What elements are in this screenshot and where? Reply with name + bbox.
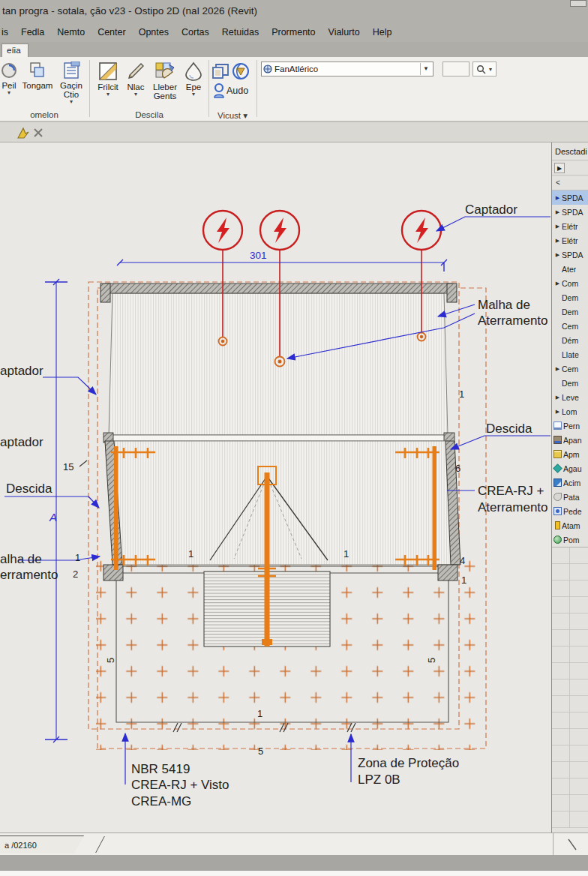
property-row[interactable] — [552, 778, 588, 795]
expand-arrow-icon[interactable]: ▶ — [554, 224, 562, 230]
expand-arrow-icon[interactable]: ▶ — [554, 409, 562, 415]
browser-item[interactable]: Apm — [552, 447, 588, 461]
browser-item[interactable]: Llate — [552, 347, 588, 362]
browser-item-label: Dem — [562, 379, 578, 388]
property-row[interactable] — [552, 646, 588, 663]
property-row[interactable] — [552, 663, 588, 680]
expand-arrow-icon[interactable]: ▶ — [554, 394, 562, 400]
property-row[interactable] — [552, 762, 588, 778]
drawing-canvas[interactable]: 301 A Captador aptador aptador Descida a… — [0, 142, 588, 832]
property-row[interactable] — [552, 712, 588, 729]
browser-item-label: Ater — [562, 265, 576, 274]
tongam-button[interactable]: Tongam — [20, 62, 56, 90]
browser-item[interactable]: Dem — [552, 290, 588, 304]
menu-item[interactable]: Cortas — [182, 22, 209, 42]
browser-item[interactable]: Dem — [552, 376, 588, 390]
search-input[interactable] — [274, 64, 420, 74]
browser-item[interactable]: ▶Leve — [552, 390, 588, 404]
browser-item[interactable]: Atam — [552, 518, 588, 532]
property-row[interactable] — [552, 812, 588, 828]
gacin-button[interactable]: Gaçin Ctio▾ — [54, 62, 88, 104]
menu-item[interactable]: Center — [98, 22, 126, 42]
view-tab[interactable]: a /02160 — [0, 836, 88, 854]
browser-item[interactable]: ▶Elétr — [552, 233, 588, 248]
globe-icon[interactable] — [231, 62, 250, 81]
combo-dropdown-icon[interactable]: ▼ — [420, 63, 431, 75]
browser-item-label: Elétr — [562, 236, 578, 245]
menu-item[interactable]: is — [2, 22, 8, 42]
expand-arrow-icon[interactable]: ▶ — [554, 366, 562, 372]
menu-item[interactable]: Retuidas — [222, 22, 259, 42]
browser-item[interactable]: ▶Com — [552, 276, 588, 290]
browser-item[interactable]: Dem — [552, 304, 588, 319]
group-icon — [554, 507, 562, 515]
roof-upper — [109, 293, 448, 435]
browser-item[interactable]: ▶Elétr — [552, 219, 588, 233]
lleber-button[interactable]: Lleber Gents — [148, 62, 182, 100]
browser-item[interactable]: ▶SPDA — [552, 190, 588, 205]
browser-item[interactable]: Dém — [552, 333, 588, 347]
audo-button[interactable]: Audo — [226, 86, 256, 96]
browser-item[interactable]: ▶SPDA — [552, 205, 588, 219]
modify-flag-icon[interactable] — [16, 126, 30, 140]
ribbon-tab-active[interactable]: eíia — [2, 44, 28, 57]
expand-arrow-icon[interactable]: ▶ — [554, 238, 562, 244]
audo-person-icon[interactable] — [212, 82, 226, 99]
browser-item[interactable]: Pata — [552, 490, 588, 504]
ribbon-separator — [89, 60, 90, 117]
menu-item[interactable]: Opntes — [139, 22, 169, 42]
panel-nav-row: < — [552, 176, 588, 190]
property-row[interactable] — [552, 795, 588, 812]
search-button[interactable]: ▼ — [472, 62, 496, 76]
expand-arrow-icon[interactable]: ▶ — [554, 195, 562, 201]
browser-item[interactable]: ▶Lom — [552, 404, 588, 418]
cancel-x-icon[interactable] — [33, 128, 44, 138]
property-row[interactable] — [552, 614, 588, 630]
browser-item[interactable]: Cem — [552, 319, 588, 333]
expand-arrow-icon[interactable]: ▶ — [554, 209, 562, 215]
window-control-icon[interactable] — [570, 0, 586, 7]
property-row[interactable] — [552, 564, 588, 580]
browser-item[interactable]: Agau — [552, 461, 588, 476]
ribbon-group-label[interactable]: Vicust ▾ — [209, 110, 256, 121]
browser-item-label: Lom — [562, 407, 577, 416]
menu-item[interactable]: Nemto — [57, 22, 85, 42]
search-combobox[interactable]: ▼ — [261, 62, 434, 76]
browser-item-label: Pom — [563, 536, 580, 544]
expand-arrow-icon[interactable]: ▶ — [554, 280, 562, 286]
browser-item[interactable]: ▶Cem — [552, 362, 588, 376]
property-row[interactable] — [552, 680, 588, 696]
forward-arrow-icon[interactable]: ▶ — [554, 163, 565, 173]
menu-item[interactable]: Fedla — [21, 22, 44, 42]
property-row[interactable] — [552, 630, 588, 646]
property-row[interactable] — [552, 696, 588, 712]
menu-item[interactable]: Vialurto — [328, 22, 360, 42]
property-cell — [552, 812, 570, 827]
search-scope-box[interactable] — [442, 62, 470, 76]
browser-item[interactable]: Pede — [552, 504, 588, 518]
browser-item[interactable]: Acim — [552, 476, 588, 490]
property-cell — [552, 646, 570, 662]
property-row[interactable] — [552, 746, 588, 762]
browser-item[interactable]: Apan — [552, 433, 588, 447]
menu-item[interactable]: Prormento — [272, 22, 315, 42]
expand-arrow-icon[interactable]: ▶ — [554, 252, 562, 258]
menu-item[interactable]: Help — [373, 22, 392, 42]
back-arrow-icon[interactable]: < — [554, 178, 560, 187]
building-plan[interactable] — [100, 284, 460, 580]
browser-item[interactable]: ▶SPDA — [552, 248, 588, 262]
browser-item[interactable]: Pom — [552, 532, 588, 547]
epe-button[interactable]: Epe ▾ — [180, 62, 207, 97]
property-row[interactable] — [552, 729, 588, 746]
property-cell — [570, 812, 588, 827]
nlac-button[interactable]: Nlac ▾ — [122, 62, 150, 97]
svg-text:6: 6 — [455, 463, 460, 474]
browser-item[interactable]: Ater — [552, 262, 588, 276]
property-row[interactable] — [552, 597, 588, 614]
property-row[interactable] — [552, 548, 588, 564]
window-panel-icon[interactable] — [212, 63, 230, 80]
frilcit-button[interactable]: Frilcit ▾ — [93, 62, 123, 97]
browser-item[interactable]: Pern — [552, 418, 588, 433]
browser-item-label: SPDA — [562, 194, 584, 202]
property-row[interactable] — [552, 580, 588, 597]
